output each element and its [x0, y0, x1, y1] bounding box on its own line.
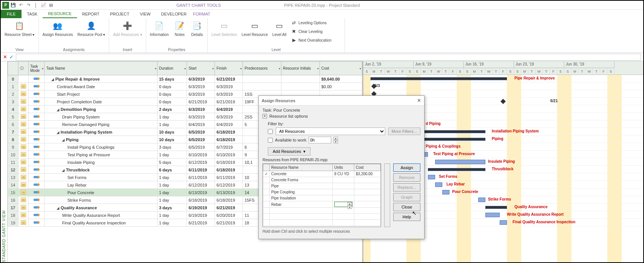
level-all-button[interactable]: ▭Level All: [271, 19, 288, 38]
filter-select[interactable]: All Resources: [276, 128, 385, 135]
list-icon[interactable]: ▤: [48, 2, 54, 9]
dialog-close-icon[interactable]: ✕: [417, 98, 421, 103]
col-cost[interactable]: Cost▾: [320, 62, 362, 75]
available-checkbox[interactable]: [268, 138, 273, 143]
add-resources-dropdown[interactable]: Add Resources ▾: [268, 147, 310, 156]
tab-format[interactable]: FORMAT: [188, 10, 216, 18]
ribbon-tabs: FILETASKRESOURCEREPORTPROJECTVIEWDEVELOP…: [1, 10, 643, 18]
timescale-day: F: [550, 68, 557, 75]
units-input[interactable]: [335, 202, 347, 207]
leveling-options-button[interactable]: ⇄Leveling Options: [289, 19, 342, 27]
col-taskmode[interactable]: Task Mode▾: [29, 62, 45, 75]
timescale-day: S: [406, 68, 414, 75]
resource-sheet-button[interactable]: 📋Resource Sheet ▾: [3, 19, 36, 38]
note-indicator-icon: [21, 182, 26, 187]
tab-file[interactable]: FILE: [1, 10, 22, 18]
undo-icon[interactable]: ↶: [17, 2, 24, 9]
col-resource-initials[interactable]: Resource Initials▾: [281, 62, 320, 75]
task-row[interactable]: 1 Contract Award Date 0 days6/3/20196/3/…: [8, 83, 362, 90]
tab-report[interactable]: REPORT: [77, 10, 105, 18]
tab-project[interactable]: PROJECT: [105, 10, 134, 18]
dialog-title: Assign Resources: [262, 98, 295, 103]
resource-row[interactable]: Pipe Insulation: [263, 195, 381, 201]
summary-bar[interactable]: [428, 168, 485, 171]
col-res-cost[interactable]: Cost: [354, 164, 381, 171]
note-indicator-icon: [21, 160, 26, 164]
timescale-day: F: [399, 68, 406, 75]
summary-bar[interactable]: [371, 77, 507, 80]
task-bar[interactable]: [435, 182, 442, 187]
milestone-marker[interactable]: [500, 99, 506, 104]
notes-button[interactable]: 📝Notes: [172, 19, 188, 38]
entry-bar: ✕ ✓: [1, 53, 643, 61]
assign-resources-dialog: Assign Resources ✕ Task: Pour Concrete +…: [258, 95, 425, 239]
cancel-entry-icon[interactable]: ✕: [3, 54, 7, 60]
gantt-bar-label: 6/3: [375, 84, 380, 88]
levopt-icon: ⇄: [291, 20, 297, 26]
auto-schedule-icon: [34, 99, 40, 104]
more-filters-button[interactable]: More Filters...: [388, 128, 420, 135]
task-row[interactable]: 0 ◢Pipe Repair & Improve 15 days6/3/2019…: [8, 75, 362, 83]
resource-grid[interactable]: Resource Name Units Cost ✓Concrete8 CU Y…: [263, 163, 381, 227]
auto-schedule-icon: [34, 152, 40, 157]
group-view-label: View: [15, 47, 24, 52]
col-units[interactable]: Units: [333, 164, 354, 171]
task-bar[interactable]: [478, 198, 485, 202]
timescale-day: F: [500, 68, 507, 75]
tab-task[interactable]: TASK: [22, 10, 43, 18]
resource-pool-button[interactable]: 👤Resource Pool ▾: [76, 19, 107, 38]
timescale-day: M: [521, 68, 528, 75]
information-button[interactable]: 📄Information: [148, 19, 170, 38]
resource-row[interactable]: Pipe: [263, 183, 381, 189]
gantt-bar-label: Pipe Repair & Improve: [514, 76, 555, 80]
task-bar[interactable]: [500, 220, 507, 225]
resource-row[interactable]: Concrete Forms: [263, 177, 381, 183]
filter-checkbox[interactable]: [268, 129, 273, 134]
accept-entry-icon[interactable]: ✓: [9, 54, 14, 60]
resource-scrollbar[interactable]: [384, 163, 390, 227]
tab-resource[interactable]: RESOURCE: [43, 10, 77, 18]
gantt-timescale[interactable]: Jun 2, '19Jun 9, '19Jun 16, '19Jun 23, '…: [363, 61, 643, 75]
levelall-icon: ▭: [273, 20, 286, 32]
auto-schedule-icon: [34, 122, 40, 126]
timescale-day: T: [493, 68, 500, 75]
col-taskname[interactable]: Task Name▾: [45, 62, 158, 75]
expand-icon[interactable]: +: [263, 114, 267, 118]
redo-icon[interactable]: ↷: [25, 2, 32, 9]
available-spinner[interactable]: ▴▾: [334, 137, 338, 143]
timescale-week: Jun 30, '19: [564, 61, 615, 68]
resource-row[interactable]: ✓Concrete8 CU YD$3,200.00: [263, 171, 381, 177]
group-properties-label: Properties: [168, 47, 185, 52]
close-button[interactable]: Close: [393, 203, 420, 211]
help-button[interactable]: Help: [393, 213, 420, 221]
units-spinner[interactable]: ▴▾: [347, 202, 352, 207]
task-bar[interactable]: [428, 175, 435, 179]
clear-leveling-button[interactable]: ✖Clear Leveling: [289, 28, 342, 36]
col-duration[interactable]: Duration▾: [157, 62, 187, 75]
gantt-bar-label: Thrustblock: [492, 167, 513, 171]
tab-view[interactable]: VIEW: [134, 10, 156, 18]
col-predecessors[interactable]: Predecessors▾: [243, 62, 281, 75]
col-indicators[interactable]: ⓘ: [18, 62, 29, 75]
task-bar[interactable]: [442, 190, 449, 195]
assign-resources-button[interactable]: 👥Assign Resources: [41, 19, 75, 38]
summary-bar[interactable]: [485, 206, 507, 209]
auto-schedule-icon: [34, 160, 40, 164]
task-bar[interactable]: [435, 160, 485, 164]
col-finish[interactable]: Finish▾: [215, 62, 243, 75]
entry-input[interactable]: [16, 54, 641, 61]
details-button[interactable]: 📑Details: [189, 19, 205, 38]
save-icon[interactable]: 💾: [10, 2, 17, 9]
next-overallocation-button[interactable]: ▶Next Overallocation: [289, 36, 342, 45]
resource-row[interactable]: Pipe Coupling: [263, 189, 381, 195]
available-value[interactable]: [309, 137, 331, 143]
task-bar[interactable]: [485, 213, 500, 217]
col-start[interactable]: Start▾: [187, 62, 215, 75]
chart-icon[interactable]: 📈: [40, 2, 47, 9]
level-resource-button[interactable]: ▭Level Resource: [240, 19, 269, 38]
resource-row[interactable]: Rebar▴▾: [263, 201, 381, 208]
tab-developer[interactable]: DEVELOPER: [156, 10, 192, 18]
assign-button[interactable]: Assign: [393, 163, 420, 172]
col-resource-name[interactable]: Resource Name: [270, 164, 333, 171]
col-rownum[interactable]: [8, 62, 19, 75]
